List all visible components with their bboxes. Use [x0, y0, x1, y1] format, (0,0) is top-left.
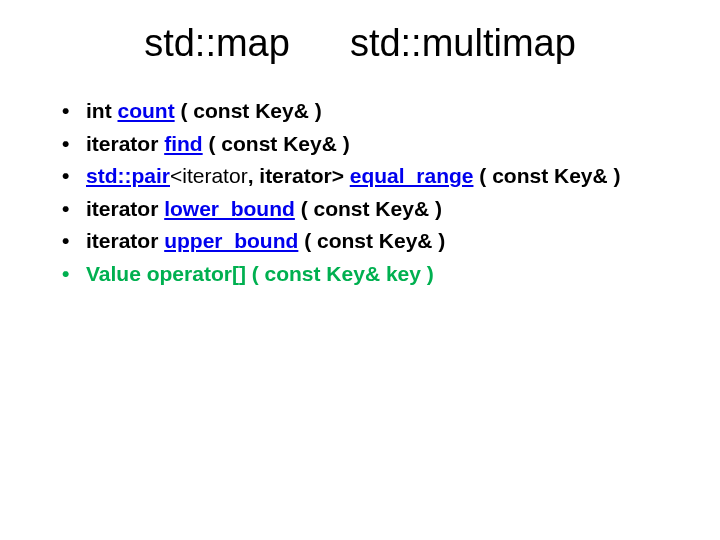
list-item: int count ( const Key& )	[62, 95, 680, 128]
title-left: std::map	[144, 22, 290, 64]
count-link[interactable]: count	[118, 99, 175, 122]
list-item-operator: Value operator[] ( const Key& key )	[62, 258, 680, 291]
item-post: ( const Key& )	[298, 229, 445, 252]
bullet-list: int count ( const Key& ) iterator find (…	[62, 95, 680, 290]
slide-title: std::mapstd::multimap	[0, 0, 720, 77]
item-pre: iterator	[86, 197, 164, 220]
list-item: iterator upper_bound ( const Key& )	[62, 225, 680, 258]
list-item: iterator lower_bound ( const Key& )	[62, 193, 680, 226]
lower-bound-link[interactable]: lower_bound	[164, 197, 295, 220]
tpl-mid: , iterator>	[248, 164, 350, 187]
item-post: ( const Key& )	[473, 164, 620, 187]
item-post: ( const Key& )	[175, 99, 322, 122]
slide: std::mapstd::multimap int count ( const …	[0, 0, 720, 540]
item-pre: int	[86, 99, 118, 122]
upper-bound-link[interactable]: upper_bound	[164, 229, 298, 252]
title-right: std::multimap	[350, 22, 576, 64]
equal-range-link[interactable]: equal_range	[350, 164, 474, 187]
find-link[interactable]: find	[164, 132, 202, 155]
item-pre: iterator	[86, 229, 164, 252]
tpl-open: <iterator	[170, 164, 248, 187]
operator-text: Value operator[] ( const Key& key )	[86, 262, 434, 285]
list-item: iterator find ( const Key& )	[62, 128, 680, 161]
list-item: std::pair<iterator, iterator> equal_rang…	[62, 160, 680, 193]
item-pre: iterator	[86, 132, 164, 155]
item-post: ( const Key& )	[203, 132, 350, 155]
item-post: ( const Key& )	[295, 197, 442, 220]
stdpair-link[interactable]: std::pair	[86, 164, 170, 187]
